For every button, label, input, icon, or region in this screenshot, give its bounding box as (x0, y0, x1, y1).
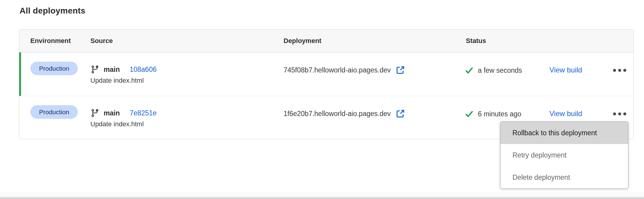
table-header: Environment Source Deployment Status (19, 29, 633, 53)
source-cell: main 7e8251e (90, 108, 156, 118)
page-title: All deployments (20, 6, 85, 16)
commit-link[interactable]: 7e8251e (130, 109, 157, 117)
commit-message: Update index.html (90, 120, 144, 128)
view-build-link[interactable]: View build (549, 109, 582, 118)
section-divider-band (0, 192, 644, 197)
status-text: a few seconds (478, 66, 522, 75)
deployment-cell: 1f6e20b7.helloworld-aio.pages.dev (284, 109, 405, 119)
section-divider-line (0, 197, 644, 199)
branch-name: main (104, 66, 120, 74)
view-build-link[interactable]: View build (549, 66, 582, 74)
deployment-url: 745f08b7.helloworld-aio.pages.dev (284, 66, 391, 74)
menu-item-delete[interactable]: Delete deployment (500, 166, 628, 188)
column-header-deployment: Deployment (284, 37, 321, 45)
external-link-icon[interactable] (396, 66, 405, 75)
deployments-page: All deployments Environment Source Deplo… (0, 0, 644, 199)
ellipsis-icon (613, 69, 626, 72)
source-cell: main 108a606 (90, 64, 156, 75)
column-header-environment: Environment (30, 37, 71, 45)
active-deployment-indicator (19, 52, 21, 96)
branch-name: main (104, 109, 120, 117)
row-actions-button[interactable] (609, 64, 631, 77)
menu-item-retry[interactable]: Retry deployment (500, 144, 628, 166)
environment-badge: Production (30, 105, 78, 119)
check-icon (465, 110, 473, 118)
commit-link[interactable]: 108a606 (130, 66, 157, 74)
column-header-source: Source (90, 37, 113, 45)
table-row: Production main 108a606 Update index.htm… (19, 52, 633, 96)
menu-item-rollback[interactable]: Rollback to this deployment (500, 122, 628, 144)
status-cell: a few seconds (465, 66, 522, 75)
deployment-actions-menu: Rollback to this deployment Retry deploy… (500, 121, 628, 189)
environment-badge: Production (30, 62, 78, 75)
deployment-url: 1f6e20b7.helloworld-aio.pages.dev (284, 110, 391, 118)
commit-message: Update index.html (90, 77, 144, 84)
column-header-status: Status (466, 37, 486, 45)
status-text: 6 minutes ago (478, 110, 521, 118)
check-icon (465, 66, 473, 75)
external-link-icon[interactable] (396, 109, 405, 118)
git-branch-icon (90, 109, 99, 118)
deployment-cell: 745f08b7.helloworld-aio.pages.dev (284, 65, 405, 75)
row-actions-button[interactable] (609, 108, 631, 120)
ellipsis-icon (613, 112, 626, 115)
git-branch-icon (90, 65, 99, 74)
status-cell: 6 minutes ago (465, 109, 521, 118)
